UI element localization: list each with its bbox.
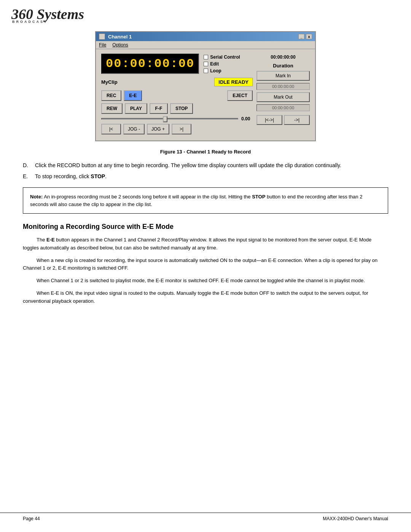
stop-button[interactable]: STOP [170, 103, 193, 114]
page-footer: Page 44 MAXX-2400HD Owner's Manual [0, 513, 411, 524]
status-badge: IDLE READY [214, 78, 253, 86]
left-panel: 00:00:00:00 Serial Control Edit Loop [101, 54, 253, 136]
list-item: E. To stop recording, click STOP. [23, 173, 388, 181]
close-button[interactable]: X [306, 34, 312, 39]
instruction-text-e: To stop recording, click STOP. [35, 173, 107, 181]
eject-button[interactable]: EJECT [227, 90, 253, 101]
instruction-text-d: Click the RECORD button at any time to b… [35, 161, 341, 169]
window-title: Channel 1 [108, 34, 132, 40]
slider-row: 0.00 [101, 116, 253, 121]
logo-area: 360 Systems BROADCAST [0, 0, 411, 27]
edit-label: Edit [210, 61, 219, 67]
jog-end-button[interactable]: >| [172, 124, 191, 134]
checkboxes-area: Serial Control Edit Loop [204, 54, 240, 73]
menu-file[interactable]: File [99, 42, 106, 48]
instruction-section: D. Click the RECORD button at any time t… [0, 161, 411, 181]
titlebar-controls[interactable]: _ X [298, 34, 312, 39]
top-timecode: 00:00:00:00 [256, 54, 310, 61]
minimize-button[interactable]: _ [298, 34, 304, 39]
serial-control-checkbox[interactable] [204, 55, 208, 59]
ee-button[interactable]: E-E [124, 90, 142, 101]
menu-bar: File Options [96, 41, 315, 49]
paragraph-3: When Channel 1 or 2 is switched to playl… [23, 277, 388, 285]
right-panel: 00:00:00:00 Duration Mark In 00:00:00:00… [256, 54, 310, 136]
footer-manual: MAXX-2400HD Owner's Manual [323, 516, 388, 521]
window-icon [99, 34, 105, 40]
checkbox-serial-control[interactable]: Serial Control [204, 54, 240, 60]
checkbox-edit[interactable]: Edit [204, 61, 240, 67]
nav-row: |<->| ->| [256, 115, 310, 125]
nav-left-button[interactable]: |<->| [256, 115, 282, 125]
slider-track[interactable] [101, 118, 238, 120]
jog-row: |< JOG - JOG + >| [101, 124, 253, 134]
serial-control-label: Serial Control [210, 54, 240, 60]
paragraph-1: The E-E button appears in the Channel 1 … [23, 236, 388, 252]
duration-label: Duration [256, 63, 310, 69]
timecode-row: 00:00:00:00 Serial Control Edit Loop [101, 54, 253, 74]
logo-text: 360 Systems [11, 7, 84, 21]
play-button[interactable]: PLAY [125, 103, 147, 114]
channel-window: Channel 1 _ X File Options 00:00:00:00 S… [95, 31, 316, 141]
mark-out-button[interactable]: Mark Out [256, 92, 310, 102]
section-heading: Monitoring a Recording Source with E-E M… [23, 223, 388, 231]
menu-options[interactable]: Options [112, 42, 128, 48]
note-label: Note: An in-progress recording must be 2… [30, 194, 362, 207]
paragraph-4: When E-E is ON, the input video signal i… [23, 289, 388, 305]
clip-status-row: MyClip IDLE READY [101, 78, 253, 86]
transport-row-1: REC E-E EJECT [101, 90, 253, 101]
list-letter-e: E. [23, 173, 30, 181]
titlebar-left: Channel 1 [99, 34, 132, 40]
paragraph-2: When a new clip is created for recording… [23, 257, 388, 273]
checkbox-loop[interactable]: Loop [204, 68, 240, 73]
list-letter-d: D. [23, 161, 30, 169]
logo-broadcast: BROADCAST [12, 20, 48, 24]
ff-button[interactable]: F-F [150, 103, 168, 114]
window-content: 00:00:00:00 Serial Control Edit Loop [96, 49, 315, 141]
slider-thumb[interactable] [163, 116, 167, 122]
note-text: An in-progress recording must be 2 secon… [30, 194, 362, 207]
clip-name: MyClip [101, 79, 210, 85]
timecode-display: 00:00:00:00 [101, 54, 199, 74]
rec-button[interactable]: REC [101, 90, 121, 101]
list-item: D. Click the RECORD button at any time t… [23, 161, 388, 169]
nav-right-button[interactable]: ->| [284, 115, 310, 125]
figure-caption: Figure 13 - Channel 1 Ready to Record [0, 149, 411, 155]
mark-out-timecode: 00:00:00:00 [256, 104, 310, 111]
transport-row-2: REW PLAY F-F STOP [101, 103, 253, 114]
jog-minus-button[interactable]: JOG - [123, 124, 145, 134]
window-titlebar: Channel 1 _ X [96, 32, 315, 41]
instruction-list: D. Click the RECORD button at any time t… [23, 161, 388, 181]
rew-button[interactable]: REW [101, 103, 123, 114]
mark-in-button[interactable]: Mark In [256, 71, 310, 81]
edit-checkbox[interactable] [204, 62, 208, 66]
jog-start-button[interactable]: |< [101, 124, 121, 134]
footer-page: Page 44 [23, 516, 40, 521]
loop-label: Loop [210, 68, 221, 73]
slider-value: 0.00 [241, 116, 253, 121]
mark-in-timecode: 00:00:00:00 [256, 83, 310, 90]
loop-checkbox[interactable] [204, 69, 208, 73]
jog-plus-button[interactable]: JOG + [147, 124, 169, 134]
note-box: Note: An in-progress recording must be 2… [23, 187, 388, 214]
